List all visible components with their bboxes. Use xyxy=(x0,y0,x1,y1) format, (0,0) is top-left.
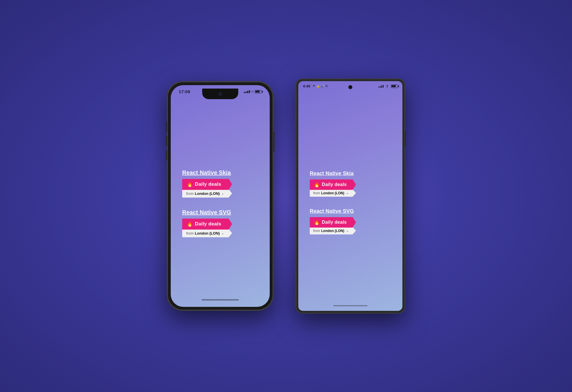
iphone-time: 17:09 xyxy=(179,89,190,94)
iphone-skia-city-text: London (LON) xyxy=(195,191,220,196)
fire-icon-2: 🔥 xyxy=(187,221,193,227)
iphone-svg-title: React Native SVG xyxy=(182,209,232,216)
android-svg-badge-label: Daily deals xyxy=(322,220,347,225)
wifi-icon-android xyxy=(385,85,390,88)
iphone-svg-from-text: from xyxy=(186,231,194,235)
chevron-down-icon-4: ⌄ xyxy=(346,229,349,233)
iphone-svg-daily-deals-badge[interactable]: 🔥 Daily deals xyxy=(182,219,232,230)
android-signal-icon xyxy=(378,85,384,88)
iphone-svg-location-row[interactable]: from London (LON) ⌄ xyxy=(182,229,232,237)
iphone-skia-daily-deals-badge[interactable]: 🔥 Daily deals xyxy=(182,179,232,190)
iphone-skia-location-row[interactable]: from London (LON) ⌄ xyxy=(182,189,232,198)
iphone-svg-city-text: London (LON) xyxy=(195,231,220,235)
android-skia-section: React Native Skia 🔥 Daily deals from Lon… xyxy=(310,171,356,197)
iphone-svg-badge-label: Daily deals xyxy=(195,221,221,227)
iphone-skia-title: React Native Skia xyxy=(182,169,232,176)
android-skia-daily-deals-badge[interactable]: 🔥 Daily deals xyxy=(310,179,356,190)
android-svg-daily-deals-badge[interactable]: 🔥 Daily deals xyxy=(310,217,356,228)
iphone-skia-badge-label: Daily deals xyxy=(195,181,221,187)
chevron-down-icon: ⌄ xyxy=(221,192,224,195)
android-battery-icon xyxy=(391,85,398,88)
iphone-svg-section: React Native SVG 🔥 Daily deals from Lond… xyxy=(182,209,232,237)
iphone-home-indicator xyxy=(202,299,239,301)
chevron-down-icon-3: ⌄ xyxy=(346,191,349,195)
fire-icon-4: 🔥 xyxy=(314,219,320,225)
android-svg-city-text: London (LON) xyxy=(321,229,344,233)
android-screen: 4:40 ☂ 🔒 🎤 N xyxy=(298,81,402,311)
android-skia-badge-label: Daily deals xyxy=(322,182,347,187)
iphone-screen: 17:09 ≈ React Native Skia xyxy=(171,85,270,307)
iphone-svg-deals-group: 🔥 Daily deals from London (LON) ⌄ xyxy=(182,219,232,237)
iphone-content: React Native Skia 🔥 Daily deals from Lon… xyxy=(171,100,270,307)
android-time: 4:40 xyxy=(303,84,310,88)
android-skia-deals-group: 🔥 Daily deals from London (LON) ⌄ xyxy=(310,179,356,197)
chevron-down-icon-2: ⌄ xyxy=(221,231,224,235)
android-svg-location-row[interactable]: from London (LON) ⌄ xyxy=(310,227,356,235)
fire-icon-3: 🔥 xyxy=(314,182,320,188)
android-home-indicator xyxy=(333,305,368,306)
nfc-icon: N xyxy=(325,85,327,88)
lock-icon: 🔒 xyxy=(316,85,320,88)
front-camera xyxy=(219,92,222,96)
shield-icon: ☂ xyxy=(313,85,315,88)
iphone-device: 17:09 ≈ React Native Skia xyxy=(167,82,273,310)
signal-icon xyxy=(244,90,250,93)
android-content: React Native Skia 🔥 Daily deals from Lon… xyxy=(298,94,402,311)
android-front-camera xyxy=(348,85,352,89)
android-skia-location-row[interactable]: from London (LON) ⌄ xyxy=(310,189,356,197)
iphone-skia-deals-group: 🔥 Daily deals from London (LON) ⌄ xyxy=(182,179,232,198)
iphone-skia-section: React Native Skia 🔥 Daily deals from Lon… xyxy=(182,169,232,198)
android-status-right xyxy=(378,85,398,88)
iphone-status-icons: ≈ xyxy=(244,89,262,94)
wifi-icon: ≈ xyxy=(251,89,253,94)
android-skia-from-text: from xyxy=(313,191,320,195)
iphone-notch xyxy=(202,89,238,99)
android-skia-title: React Native Skia xyxy=(310,171,356,177)
battery-icon xyxy=(255,90,262,93)
mic-icon: 🎤 xyxy=(321,85,324,88)
android-device: 4:40 ☂ 🔒 🎤 N xyxy=(296,79,405,313)
android-svg-deals-group: 🔥 Daily deals from London (LON) ⌄ xyxy=(310,217,356,235)
android-svg-title: React Native SVG xyxy=(310,208,356,214)
fire-icon: 🔥 xyxy=(187,181,193,187)
iphone-skia-from-text: from xyxy=(186,191,194,196)
android-skia-city-text: London (LON) xyxy=(321,191,344,195)
android-svg-section: React Native SVG 🔥 Daily deals from Lond… xyxy=(310,208,356,235)
android-status-left: 4:40 ☂ 🔒 🎤 N xyxy=(303,84,327,88)
android-svg-from-text: from xyxy=(313,229,320,233)
